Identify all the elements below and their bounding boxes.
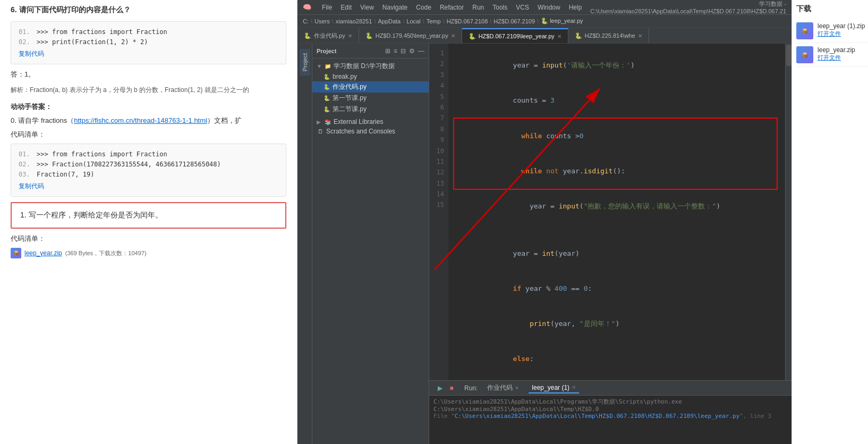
project-toolbar: Project ⊞ ≡ ⊟ ⚙ — [312,44,429,58]
menu-window[interactable]: Window [538,4,560,11]
toolbar-icon-hide[interactable]: — [418,47,424,55]
toolbar-icon-list[interactable]: ≡ [394,47,397,55]
code-lines: year = input('请输入一个年份：') counts = 3 whil… [448,44,792,380]
toolbar-icon-layout[interactable]: ⊞ [385,47,390,55]
code-line-5: year = input("抱歉，您的输入有误，请输入一个整数：") [455,189,785,224]
ide-logo: 🧠 [303,3,311,11]
code-line-9: print(year, "是闰年！") [455,306,785,341]
download-item-2-icon: 📦 [796,46,813,63]
project-toolbar-icons: ⊞ ≡ ⊟ ⚙ — [385,47,424,55]
bc-appdata[interactable]: AppData [378,18,401,24]
run-tab-close-1[interactable]: ✕ [515,385,519,391]
scrollbar-thumb[interactable] [786,45,792,66]
run-toolbar: ▶ ■ [433,384,458,392]
answer-section: 答：1。 [11,70,286,79]
code-line-8: if year % 400 == 0: [455,271,785,306]
tree-lesson1[interactable]: 🐍 第一节课.py [312,93,429,104]
run-tab-close-2[interactable]: ✕ [572,384,576,390]
scrollbar-track[interactable] [785,44,792,380]
bc-hz2[interactable]: HZ$D.067.2109 [493,18,535,24]
tab-close-1[interactable]: ✕ [348,33,352,39]
run-panel: ▶ ■ Run: 作业代码 ✕ leep_year (1) ✕ C:\Users… [429,380,792,444]
toolbar-icon-collapse[interactable]: ⊟ [401,47,406,55]
code-editor[interactable]: 1 2 3 4 5 6 7 8 9 10 11 12 13 14 [429,44,792,380]
tab-zuoyedaima[interactable]: 🐍 作业代码.py ✕ [297,28,359,43]
menu-navigate[interactable]: Navigate [382,4,407,11]
tree-scratches[interactable]: 🗒 Scratches and Consoles [312,127,429,136]
menu-tools[interactable]: Tools [492,4,507,11]
bc-local[interactable]: Local [406,18,420,24]
menu-edit[interactable]: Edit [341,4,352,11]
side-tab-label[interactable]: Project [300,49,310,76]
code-block-1: 01. >>> from fractions import Fraction 0… [11,21,286,64]
ide-main: Project Project ⊞ ≡ ⊟ ⚙ — ▼ 📁 学习数据 D:\学习… [297,44,792,444]
run-file-line: File "C:\Users\xiamiao28251\AppData\Loca… [433,413,787,420]
download-item-1-info: leep_year (1).zip 打开文件 [818,22,868,38]
tab-close-4[interactable]: ✕ [638,33,642,39]
run-tab-zuoye[interactable]: 作业代码 ✕ [484,382,522,393]
run-tabs: ▶ ■ Run: 作业代码 ✕ leep_year (1) ✕ [429,381,792,396]
tree-break[interactable]: 🐍 break.py [312,72,429,81]
ide-menubar: 🧠 File Edit View Navigate Code Refactor … [297,0,792,15]
project-panel: Project ⊞ ≡ ⊟ ⚙ — ▼ 📁 学习数据 D:\学习数据 🐍 br [312,44,429,444]
tree-lesson2[interactable]: 🐍 第二节课.py [312,104,429,115]
tree-external-libs[interactable]: ▶ 📚 External Libraries [312,117,429,127]
code-line-7: year = int(year) [455,236,785,271]
run-stop-btn[interactable]: ■ [447,384,456,392]
tree-root[interactable]: ▼ 📁 学习数据 D:\学习数据 [312,61,429,72]
bc-temp[interactable]: Temp [427,18,441,24]
bc-hz1[interactable]: HZ$D.067.2108 [447,18,488,24]
menu-code[interactable]: Code [416,4,431,11]
copy-btn-2[interactable]: 复制代码 [19,182,44,191]
question-title: 6. 请问下面代码打印的内容是什么？ [11,5,286,15]
download-item-2-link[interactable]: 打开文件 [818,54,868,62]
menu-file[interactable]: File [322,4,332,11]
download-title: 下载 □ 🔍 ✕ [796,4,868,14]
tree-zuoyedaima[interactable]: 🐍 作业代码.py [312,81,429,93]
dynamic-answer: 动动手答案： [11,102,286,112]
run-content: C:\Users\xiamiao28251\AppData\Local\Prog… [429,396,792,444]
copy-btn-1[interactable]: 复制代码 [19,49,44,58]
left-panel: 6. 请问下面代码打印的内容是什么？ 01. >>> from fraction… [0,0,297,444]
code-line-4: while not year.isdigit(): [455,154,779,189]
tab-hz225[interactable]: 🐍 HZ$D.225.814\whe ✕ [568,28,649,43]
task0-text: 0. 请自学 fractions（https://fishc.com.cn/th… [11,116,286,125]
download-item-2-info: leep_year.zip 打开文件 [818,46,868,62]
file-row: 📦 leep_year.zip (369 Bytes，下载次数：10497) [11,248,286,258]
run-file-path: C:\Users\xiamiao28251\AppData\Local\Temp… [455,413,739,420]
tab-close-2[interactable]: ✕ [451,33,455,39]
menu-help[interactable]: Help [569,4,582,11]
run-tab-leep[interactable]: leep_year (1) ✕ [529,383,579,393]
scratches-icon: 🗒 [317,128,324,135]
file-icon: 📦 [11,248,21,258]
menu-vcs[interactable]: VCS [516,4,529,11]
menu-run[interactable]: Run [472,4,484,11]
side-project-tab[interactable]: Project [297,44,312,444]
menu-view[interactable]: View [360,4,374,11]
code-block-2: 01. >>> from fractions import Fraction 0… [11,144,286,197]
tab-hz067-active[interactable]: 🐍 HZ$D.067.2109\leep_year.py ✕ [462,28,568,43]
download-item-1-link[interactable]: 打开文件 [818,30,868,38]
py-icon-lesson2: 🐍 [323,106,330,113]
py-icon-zuoye: 🐍 [323,83,330,91]
download-panel: 下载 □ 🔍 ✕ 📦 leep_year (1).zip 打开文件 📦 leep… [792,0,868,444]
red-box-container: while counts >0 while not year.isdigit()… [455,119,779,189]
run-play-btn[interactable]: ▶ [436,384,444,392]
code-list-label2: 代码清单： [11,234,286,244]
task0-link[interactable]: https://fishc.com.cn/thread-148763-1-1.h… [74,116,207,124]
bc-file[interactable]: 🐍 leep_year.py [541,18,583,24]
tab-close-3[interactable]: ✕ [557,33,561,39]
code-line-2: 02. >>> print(Fraction(1, 2) * 2) [19,37,278,47]
bc-users[interactable]: Users [314,18,330,24]
code-line-3: while counts >0 [455,119,779,154]
external-libs-icon: 📚 [324,118,331,125]
menu-refactor[interactable]: Refactor [440,4,464,11]
run-label: Run: [464,384,478,392]
bc-xiamiao[interactable]: xiamiao28251 [336,18,372,24]
toolbar-icon-gear[interactable]: ⚙ [409,47,415,55]
py-icon-break: 🐍 [323,73,330,80]
tab-hz179[interactable]: 🐍 HZ$D.179.450\leep_year.py ✕ [359,28,462,43]
file-link[interactable]: leep_year.zip [24,249,62,257]
download-item-2: 📦 leep_year.zip 打开文件 [796,43,868,67]
bc-c[interactable]: C: [303,18,309,24]
